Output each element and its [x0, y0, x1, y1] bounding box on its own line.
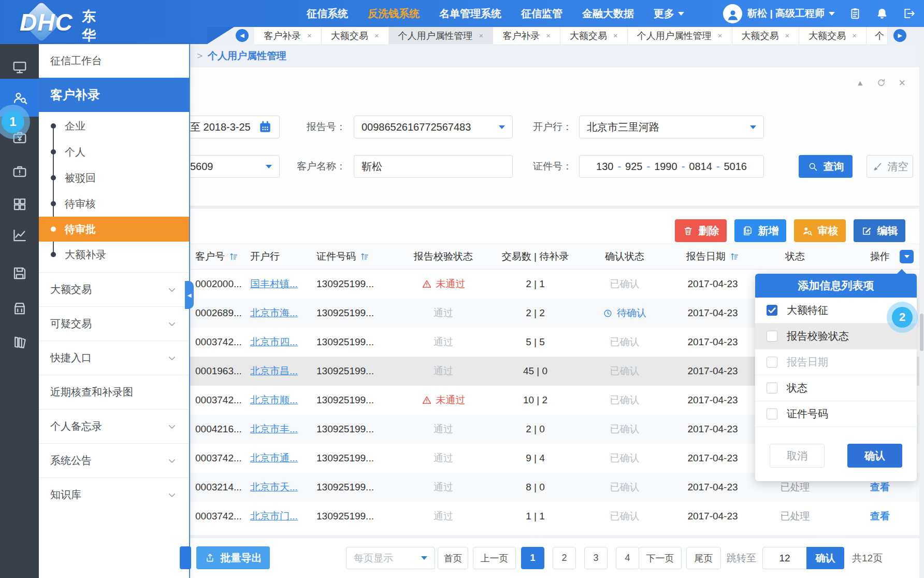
sidebar-group-系统公告[interactable]: 系统公告 — [39, 443, 189, 477]
picker-cancel-button[interactable]: 取消 — [770, 444, 825, 468]
sidebar-sub-大额补录[interactable]: 大额补录 — [39, 242, 189, 267]
jump-page-input[interactable]: 12 — [762, 547, 807, 569]
tab-大额交易[interactable]: 大额交易× — [732, 27, 800, 44]
column-header-报告日期[interactable]: 报告日期 — [671, 250, 754, 263]
next-page-button[interactable]: 下一页 — [639, 547, 682, 569]
page-button-1[interactable]: 1 — [521, 547, 544, 569]
logout-icon[interactable] — [902, 7, 916, 20]
close-icon[interactable]: × — [899, 78, 905, 88]
hidden-left-button[interactable] — [180, 546, 191, 569]
close-icon[interactable]: × — [613, 31, 618, 40]
nav-item-反洗钱系统[interactable]: 反洗钱系统 — [368, 7, 420, 21]
close-icon[interactable]: × — [718, 31, 723, 40]
page-button-2[interactable]: 2 — [553, 547, 576, 569]
search-button[interactable]: 查询 — [799, 155, 853, 178]
sidebar-group-个人备忘录[interactable]: 个人备忘录 — [39, 409, 189, 443]
breadcrumb-current[interactable]: 个人用户属性管理 — [208, 49, 286, 63]
delete-button[interactable]: 删除 — [675, 219, 727, 242]
bank-link[interactable]: 北京市天... — [250, 481, 298, 494]
close-icon[interactable]: × — [374, 31, 379, 40]
report-no-select[interactable]: 0098652616772567483 — [354, 116, 513, 138]
rail-item-line-chart-icon[interactable] — [0, 221, 39, 250]
picker-item-状态[interactable]: 状态 — [755, 375, 917, 401]
bell-icon[interactable] — [875, 7, 889, 20]
sidebar-group-大额交易[interactable]: 大额交易 — [39, 272, 189, 306]
view-link[interactable]: 查看 — [870, 510, 890, 523]
nav-item-征信监管[interactable]: 征信监管 — [521, 7, 562, 21]
tab-客户补录[interactable]: 客户补录× — [493, 27, 560, 44]
checkbox-unchecked[interactable] — [767, 331, 777, 342]
tab-大额交易[interactable]: 大额交易× — [322, 27, 389, 44]
sidebar-sub-企业[interactable]: 企业 — [39, 113, 189, 139]
audit-button[interactable]: 审核 — [794, 219, 846, 242]
table-row[interactable]: 0003742...北京市门...130925199...通过1 | 1已确认2… — [189, 502, 924, 531]
prev-page-button[interactable]: 上一页 — [473, 547, 516, 569]
view-link[interactable]: 查看 — [870, 481, 890, 494]
first-page-button[interactable]: 首页 — [438, 547, 468, 569]
page-button-3[interactable]: 3 — [584, 547, 608, 569]
bank-link[interactable]: 北京市门... — [250, 510, 298, 523]
nav-item-征信系统[interactable]: 征信系统 — [307, 7, 348, 21]
add-button[interactable]: 新增 — [734, 219, 786, 242]
tab-客户补录[interactable]: 客户补录× — [254, 27, 322, 44]
bank-link[interactable]: 北京市丰... — [250, 422, 298, 436]
tab-个人用户属性管理[interactable]: 个人用户属性管理× — [389, 27, 494, 44]
customer-name-input[interactable]: 靳松 — [354, 155, 513, 178]
batch-export-button[interactable]: 批量导出 — [196, 546, 270, 569]
nav-item-名单管理系统[interactable]: 名单管理系统 — [439, 7, 501, 21]
rail-item-shop-icon[interactable] — [0, 294, 39, 323]
nav-item-金融大数据[interactable]: 金融大数据 — [582, 7, 634, 21]
sidebar-group-可疑交易[interactable]: 可疑交易 — [39, 306, 189, 341]
bank-select[interactable]: 北京市三里河路 — [579, 116, 764, 138]
edit-button[interactable]: 编辑 — [854, 219, 905, 242]
sidebar-sub-被驳回[interactable]: 被驳回 — [39, 165, 189, 191]
last-page-button[interactable]: 尾页 — [686, 547, 721, 569]
rail-item-monitor-icon[interactable] — [0, 53, 39, 82]
nav-item-更多[interactable]: 更多 — [654, 7, 684, 21]
bank-link[interactable]: 北京市海... — [250, 306, 298, 320]
sidebar-group-近期核查和补录图[interactable]: 近期核查和补录图 — [39, 375, 189, 409]
rail-item-grid-icon[interactable] — [0, 190, 39, 219]
user-menu[interactable]: 靳松 | 高级工程师 — [723, 4, 835, 23]
rail-item-save-icon[interactable] — [0, 259, 39, 288]
close-icon[interactable]: × — [307, 31, 312, 40]
sidebar-group-快捷入口[interactable]: 快捷入口 — [39, 341, 189, 375]
refresh-icon[interactable] — [876, 78, 886, 88]
date-to-input[interactable]: 至 2018-3-25 — [182, 116, 280, 138]
picker-confirm-button[interactable]: 确认 — [847, 444, 902, 468]
rail-item-books-icon[interactable] — [0, 328, 39, 357]
bank-link[interactable]: 国丰村镇... — [250, 277, 298, 291]
calendar-icon[interactable] — [258, 120, 272, 134]
sidebar-collapse-handle[interactable]: ◀ — [185, 281, 194, 309]
picker-item-证件号码[interactable]: 证件号码 — [755, 401, 917, 427]
close-icon[interactable]: × — [546, 31, 551, 40]
jump-confirm-button[interactable]: 确认 — [806, 547, 844, 569]
clipboard-icon[interactable] — [848, 7, 862, 20]
bank-link[interactable]: 北京市四... — [250, 335, 298, 349]
checkbox-unchecked[interactable] — [767, 408, 777, 419]
page-button-4[interactable]: 4 — [616, 547, 639, 569]
bank-link[interactable]: 北京市通... — [250, 452, 298, 465]
checkbox-checked[interactable] — [767, 305, 777, 316]
left-partial-select[interactable]: 5609 — [182, 155, 280, 178]
checkbox-unchecked[interactable] — [767, 383, 777, 393]
sidebar-sub-待审批[interactable]: 待审批 — [39, 217, 189, 242]
sidebar-item-workbench[interactable]: 征信工作台 — [39, 44, 189, 78]
tab-大额交易[interactable]: 大额交易× — [560, 27, 628, 44]
column-header-客户号[interactable]: 客户号 — [189, 250, 250, 263]
column-picker-toggle-button[interactable] — [900, 250, 914, 263]
sidebar-group-知识库[interactable]: 知识库 — [39, 477, 189, 512]
tab-个[interactable]: 个 — [867, 27, 888, 44]
id-no-input[interactable]: 130-925-1990-0814-5016 — [579, 155, 764, 178]
close-icon[interactable]: × — [785, 31, 790, 40]
bank-link[interactable]: 北京市顺... — [250, 393, 298, 407]
close-icon[interactable]: × — [479, 31, 484, 40]
sidebar-sub-个人[interactable]: 个人 — [39, 139, 189, 165]
bank-link[interactable]: 北京市昌... — [250, 364, 298, 378]
sidebar-group-active[interactable]: 客户补录 — [39, 78, 189, 112]
checkbox-unchecked[interactable] — [767, 357, 777, 368]
rail-item-case-warning-icon[interactable] — [0, 157, 39, 186]
tabs-scroll-right-button[interactable]: ▶ — [893, 29, 906, 42]
close-icon[interactable]: × — [852, 31, 857, 40]
per-page-select[interactable]: 每页显示 — [346, 547, 435, 569]
